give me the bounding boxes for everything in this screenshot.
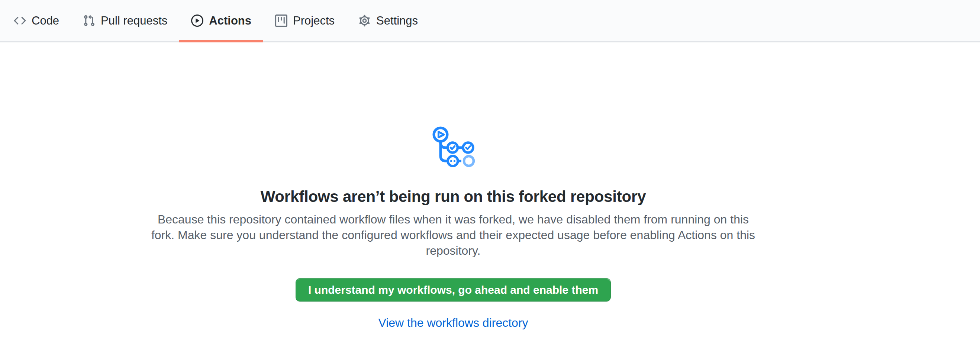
repo-tab-bar: Code Pull requests Actions Projects	[0, 0, 980, 42]
tab-pull-requests[interactable]: Pull requests	[71, 0, 179, 41]
tab-label: Settings	[376, 15, 418, 26]
tab-actions[interactable]: Actions	[179, 0, 263, 41]
tab-label: Projects	[293, 15, 335, 26]
view-workflows-directory-link[interactable]: View the workflows directory	[378, 316, 528, 329]
blankslate-heading: Workflows aren’t being run on this forke…	[146, 188, 760, 206]
tab-label: Pull requests	[101, 15, 167, 26]
project-icon	[275, 14, 287, 27]
enable-workflows-button[interactable]: I understand my workflows, go ahead and …	[296, 278, 611, 302]
tab-code[interactable]: Code	[2, 0, 71, 41]
actions-workflow-icon	[432, 125, 475, 168]
blankslate-description: Because this repository contained workfl…	[146, 211, 760, 259]
tab-label: Actions	[209, 15, 251, 26]
code-icon	[14, 14, 26, 27]
gear-icon	[358, 14, 371, 27]
tab-projects[interactable]: Projects	[263, 0, 347, 41]
play-icon	[191, 14, 204, 27]
git-pull-request-icon	[83, 14, 95, 27]
tab-label: Code	[32, 15, 59, 26]
actions-blankslate: Workflows aren’t being run on this forke…	[0, 125, 980, 330]
tab-settings[interactable]: Settings	[347, 0, 430, 41]
